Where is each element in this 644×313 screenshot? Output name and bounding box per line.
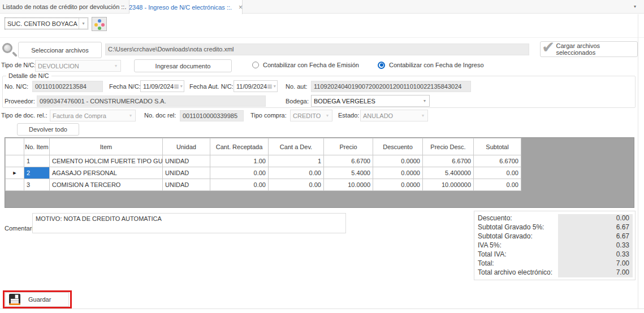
cell-descuento[interactable]: 0.0000 (373, 155, 423, 167)
tipo-compra-select[interactable]: CREDITO ▾ (290, 110, 332, 121)
total-row: Subtotal Gravado 5%: 6.67 (474, 223, 635, 232)
cell-precio-desc[interactable]: 5.400000 (423, 167, 474, 179)
lens (2, 43, 12, 53)
cell-precio[interactable]: 6.6700 (324, 155, 373, 167)
nc-type-select[interactable]: DEVOLUCION ▾ (35, 60, 121, 72)
select-files-label: Seleccionar archivos (31, 47, 89, 54)
chevron-down-icon: ▾ (323, 113, 332, 118)
comment-textarea[interactable]: MOTIVO: NOTA DE CREDITO AUTOMATICA (32, 213, 346, 233)
cell-precio-desc[interactable]: 10.000000 (423, 179, 474, 191)
cell-no-item[interactable]: 1 (24, 155, 50, 167)
tab-listado-notas-credito[interactable]: Listado de notas de crédito por devoluci… (0, 0, 129, 14)
cell-cant-a-dev[interactable]: 0.00 (269, 167, 324, 179)
return-all-label: Devolver todo (29, 126, 67, 133)
return-all-button[interactable]: Devolver todo (17, 123, 79, 136)
proveedor-field: 0990347476001 - CONSTRUMERCADO S.A. (37, 95, 266, 107)
cell-unidad[interactable]: UNIDAD (163, 179, 210, 191)
fecha-aut-label: Fecha Aut. N/C: (189, 83, 234, 90)
total-row: Descuento: 0.00 (474, 214, 635, 223)
radio-fecha-ingreso[interactable]: Contabilizar con Fecha de Ingreso (378, 61, 484, 69)
column-header-descuento[interactable]: Descuento (373, 138, 423, 155)
bodega-value: BODEGA VERGELES (312, 98, 420, 105)
estado-label: Estado: (338, 112, 359, 119)
branch-value: SUC. CENTRO BOYACA (5, 20, 79, 27)
file-path-field[interactable]: C:\Users\crchave\Downloads\nota credito.… (105, 44, 529, 55)
tab-ingreso-nc-electronicas[interactable]: 2348 - Ingreso de N/C electrónicas ::. × (129, 0, 243, 14)
cell-unidad[interactable]: UNIDAD (163, 167, 210, 179)
bodega-label: Bodega: (286, 98, 309, 105)
column-header-cant-a-dev[interactable]: Cant a Dev. (269, 138, 324, 155)
tipo-doc-rel-label: Tipo de doc. rel.: (1, 112, 47, 119)
cell-cant-receptada[interactable]: 0.00 (210, 167, 269, 179)
radio-circle-icon (252, 62, 259, 68)
cell-item[interactable]: AGASAJO PERSONAL (50, 167, 163, 179)
tipo-doc-rel-value: Factura de Compra (50, 112, 126, 119)
cell-cant-receptada[interactable]: 1.00 (210, 155, 269, 167)
column-header-unidad[interactable]: Unidad (163, 138, 210, 155)
cell-descuento[interactable]: 0.0000 (373, 167, 423, 179)
total-row: Total: 7.00 (474, 259, 635, 268)
radio-label: Contabilizar con Fecha de Ingreso (389, 62, 484, 68)
load-files-label: Cargar archivos seleccionados (556, 42, 637, 56)
cell-item[interactable]: CEMENTO HOLCIM FUERTE TIPO GU (50, 155, 163, 167)
cell-subtotal[interactable]: 0.00 (474, 167, 521, 179)
tipo-doc-rel-select[interactable]: Factura de Compra ▾ (50, 110, 136, 121)
column-header-precio-desc[interactable]: Precio Desc. (423, 138, 474, 155)
column-header-cant-receptada[interactable]: Cant. Receptada (210, 138, 269, 155)
totals-panel: Descuento: 0.00 Subtotal Gravado 5%: 6.6… (474, 211, 636, 280)
radio-fecha-emision[interactable]: Contabilizar con Fecha de Emisión (252, 61, 359, 69)
load-selected-files-button[interactable]: ✔ Cargar archivos seleccionados (540, 41, 638, 57)
table-row[interactable]: 1 CEMENTO HOLCIM FUERTE TIPO GU UNIDAD 1… (6, 155, 521, 167)
chevron-down-icon: ▾ (418, 113, 427, 118)
total-value: 0.00 (558, 214, 633, 223)
chevron-down-icon: ▾ (79, 18, 88, 29)
cell-item[interactable]: COMISION A TERCERO (50, 179, 163, 191)
bodega-select[interactable]: BODEGA VERGELES ▾ (311, 95, 430, 107)
tab-overflow-icon[interactable]: ▾ (634, 4, 636, 9)
row-selector-current[interactable]: ► (6, 167, 24, 179)
cell-precio-desc[interactable]: 6.6700 (423, 155, 474, 167)
cell-subtotal[interactable]: 0.00 (474, 179, 521, 191)
estado-select[interactable]: ANULADO ▾ (360, 110, 428, 121)
cell-cant-receptada[interactable]: 0.00 (210, 179, 269, 191)
table-row-selected[interactable]: ► 2 AGASAJO PERSONAL UNIDAD 0.00 0.00 5.… (6, 167, 521, 179)
fecha-aut-picker[interactable]: 11/09/2024 ▦ ▾ (234, 80, 278, 92)
cell-no-item-selected[interactable]: 2 (24, 167, 50, 179)
cell-descuento[interactable]: 0.0000 (373, 179, 423, 191)
app-window: Listado de notas de crédito por devoluci… (0, 0, 644, 313)
apps-colored-dots-button[interactable] (92, 17, 107, 31)
fecha-nc-picker[interactable]: 11/09/2024 ▦ ▾ (140, 80, 184, 92)
fecha-aut-value: 11/09/2024 (234, 83, 267, 90)
no-doc-rel-label: No. doc rel: (144, 112, 176, 119)
cell-precio[interactable]: 5.4000 (324, 167, 373, 179)
no-nc-field: 001101002213584 (32, 81, 103, 92)
total-value: 6.67 (558, 232, 633, 241)
current-row-arrow-icon: ► (6, 167, 24, 179)
total-value: 6.67 (558, 223, 633, 232)
cell-cant-a-dev[interactable]: 0.00 (269, 179, 324, 191)
chevron-down-icon: ▾ (111, 63, 120, 68)
cell-no-item[interactable]: 3 (24, 179, 50, 191)
cell-precio[interactable]: 10.0000 (324, 179, 373, 191)
row-selector[interactable] (6, 155, 24, 167)
table-header-row: No. Item Item Unidad Cant. Receptada Can… (6, 138, 521, 155)
cell-unidad[interactable]: UNIDAD (163, 155, 210, 167)
table-row[interactable]: 3 COMISION A TERCERO UNIDAD 0.00 0.00 10… (6, 179, 521, 191)
cell-subtotal[interactable]: 6.6700 (474, 155, 521, 167)
column-header-precio[interactable]: Precio (324, 138, 373, 155)
row-selector[interactable] (6, 179, 24, 191)
column-header-no-item[interactable]: No. Item (24, 138, 50, 155)
column-header-item[interactable]: Item (50, 138, 163, 155)
divider (0, 37, 644, 38)
enter-document-button[interactable]: Ingresar documento (134, 59, 232, 72)
tab-label: Listado de notas de crédito por devoluci… (3, 3, 127, 10)
fecha-nc-label: Fecha N/C: (109, 83, 141, 90)
cell-cant-a-dev[interactable]: 1 (269, 155, 324, 167)
select-files-button[interactable]: Seleccionar archivos (18, 42, 102, 58)
branch-select[interactable]: SUC. CENTRO BOYACA ▾ (5, 18, 88, 29)
no-nc-label: No. N/C: (5, 83, 28, 90)
column-header-subtotal[interactable]: Subtotal (474, 138, 521, 155)
close-icon[interactable]: × (239, 5, 243, 10)
check-icon: ✔ (542, 42, 555, 53)
total-row: Subtotal Gravado: 6.67 (474, 232, 635, 241)
